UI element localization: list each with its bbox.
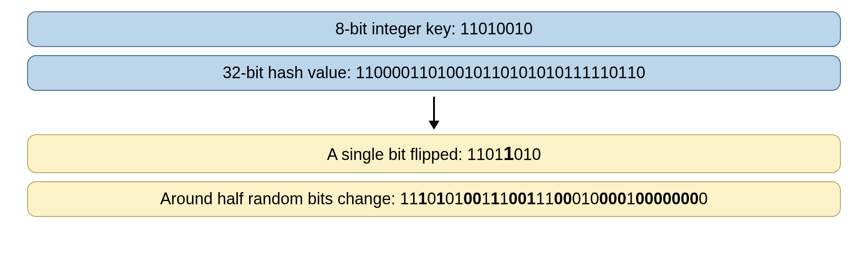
arrow-down-icon xyxy=(425,94,443,131)
change-bits: 1110101001110011100010000100000000 xyxy=(400,189,708,208)
bit-segment: 001 xyxy=(509,189,536,208)
bit-segment: 0000 xyxy=(635,189,671,208)
bit-segment: 0 xyxy=(427,189,436,208)
bit-segment: 0 xyxy=(554,189,563,208)
bit-segment: 1 xyxy=(436,189,445,208)
svg-marker-1 xyxy=(429,121,439,130)
box-hash-value: 32-bit hash value: 110000110100101101010… xyxy=(27,55,841,91)
bit-segment: 11 xyxy=(536,189,554,208)
bit-segment: 0 xyxy=(563,189,572,208)
key-value: 11010010 xyxy=(460,19,533,38)
flipped-suffix: 010 xyxy=(514,145,541,164)
bit-segment: 0 xyxy=(599,189,608,208)
hash-value: 11000011010010110101010111110110 xyxy=(356,63,646,82)
bit-segment: 000 xyxy=(672,189,699,208)
box-integer-key: 8-bit integer key: 11010010 xyxy=(27,11,841,47)
box-bits-change: Around half random bits change: 11101010… xyxy=(27,181,841,217)
flipped-label: A single bit flipped: xyxy=(327,145,467,164)
bit-segment: 0 xyxy=(472,189,481,208)
bit-segment: 1 xyxy=(418,189,427,208)
bit-segment: 010 xyxy=(572,189,599,208)
bit-segment: 1 xyxy=(626,189,635,208)
key-label: 8-bit integer key: xyxy=(335,19,460,38)
bit-segment: 1 xyxy=(500,189,509,208)
flipped-bit: 1 xyxy=(503,143,514,164)
hash-label: 32-bit hash value: xyxy=(223,63,356,82)
bit-segment: 11 xyxy=(400,189,418,208)
bit-segment: 0 xyxy=(463,189,472,208)
box-bit-flipped: A single bit flipped: 11011010 xyxy=(27,134,841,174)
change-label: Around half random bits change: xyxy=(160,189,400,208)
flipped-prefix: 1101 xyxy=(467,145,503,164)
bit-segment: 1 xyxy=(491,189,500,208)
bit-segment: 0 xyxy=(699,189,708,208)
bit-segment: 1 xyxy=(481,189,491,208)
arrow-down-container xyxy=(425,94,443,131)
bit-segment: 0 xyxy=(608,189,617,208)
bit-segment: 01 xyxy=(445,189,463,208)
bit-segment: 0 xyxy=(617,189,626,208)
